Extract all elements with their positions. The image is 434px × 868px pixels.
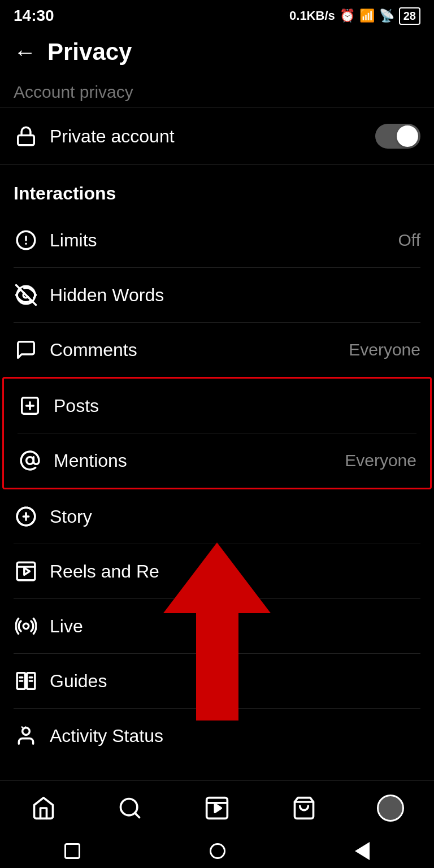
reels-nav-item[interactable] bbox=[197, 791, 237, 825]
svg-marker-30 bbox=[215, 804, 221, 813]
limits-value: Off bbox=[398, 231, 420, 250]
svg-rect-0 bbox=[18, 135, 34, 145]
search-nav-item[interactable] bbox=[110, 791, 150, 825]
mentions-label: Mentions bbox=[54, 450, 127, 471]
arrow-head bbox=[163, 542, 271, 613]
mentions-item[interactable]: Mentions Everyone bbox=[4, 433, 430, 488]
svg-rect-16 bbox=[17, 562, 35, 580]
story-item[interactable]: Story bbox=[0, 489, 434, 544]
private-account-toggle[interactable] bbox=[375, 124, 420, 149]
reels-icon bbox=[14, 559, 38, 584]
svg-point-9 bbox=[27, 457, 34, 465]
battery-icon: 28 bbox=[399, 7, 420, 25]
wifi-icon: 📡 bbox=[379, 8, 394, 23]
lock-icon bbox=[14, 124, 38, 149]
account-privacy-partial[interactable]: Account privacy bbox=[0, 77, 434, 108]
profile-avatar bbox=[377, 795, 404, 822]
mentions-value: Everyone bbox=[345, 451, 416, 470]
home-button[interactable] bbox=[210, 843, 225, 859]
speed-indicator: 0.1KB/s bbox=[289, 8, 335, 23]
reels-label: Reels and Re bbox=[50, 561, 159, 582]
limits-icon bbox=[14, 228, 38, 253]
story-label: Story bbox=[50, 506, 92, 527]
limits-item[interactable]: Limits Off bbox=[0, 213, 434, 267]
posts-item[interactable]: Posts bbox=[4, 379, 430, 433]
live-label: Live bbox=[50, 616, 83, 637]
comments-value: Everyone bbox=[349, 340, 420, 359]
recent-apps-button[interactable] bbox=[64, 843, 80, 859]
circle-icon bbox=[210, 843, 225, 859]
posts-mentions-highlight: Posts Mentions Everyone bbox=[2, 377, 432, 489]
mentions-icon bbox=[18, 448, 42, 473]
red-arrow-annotation bbox=[163, 542, 271, 721]
guides-icon bbox=[14, 669, 38, 693]
posts-icon bbox=[18, 393, 42, 418]
private-account-label: Private account bbox=[50, 126, 175, 147]
hidden-words-item[interactable]: Hidden Words bbox=[0, 268, 434, 322]
activity-icon bbox=[14, 723, 38, 748]
status-icons: 0.1KB/s ⏰ 📶 📡 28 bbox=[289, 7, 420, 25]
back-triangle-icon bbox=[355, 842, 370, 860]
status-time: 14:30 bbox=[14, 7, 54, 25]
comments-label: Comments bbox=[50, 340, 137, 361]
svg-marker-17 bbox=[24, 568, 30, 575]
shop-nav-item[interactable] bbox=[284, 791, 324, 825]
profile-nav-item[interactable] bbox=[371, 791, 410, 825]
page-header: ← Privacy bbox=[0, 29, 434, 77]
alarm-icon: ⏰ bbox=[340, 8, 355, 23]
back-button-android[interactable] bbox=[355, 842, 370, 860]
guides-label: Guides bbox=[50, 671, 107, 692]
page-title: Privacy bbox=[47, 38, 132, 66]
bottom-nav bbox=[0, 780, 434, 834]
live-icon bbox=[14, 614, 38, 639]
arrow-body bbox=[196, 613, 238, 721]
private-account-row[interactable]: Private account bbox=[0, 108, 434, 165]
status-bar: 14:30 0.1KB/s ⏰ 📶 📡 28 bbox=[0, 0, 434, 29]
svg-line-28 bbox=[135, 813, 140, 818]
shop-icon bbox=[292, 796, 316, 821]
square-icon bbox=[64, 843, 80, 859]
signal-icon: 📶 bbox=[359, 8, 375, 23]
comments-icon bbox=[14, 337, 38, 362]
story-icon bbox=[14, 504, 38, 529]
limits-label: Limits bbox=[50, 230, 97, 251]
reels-nav-icon bbox=[205, 796, 229, 821]
android-system-bar bbox=[0, 834, 434, 868]
search-icon bbox=[118, 796, 142, 821]
toggle-thumb bbox=[397, 125, 418, 147]
home-icon bbox=[31, 796, 56, 821]
hidden-words-label: Hidden Words bbox=[50, 285, 164, 306]
posts-label: Posts bbox=[54, 396, 99, 416]
interactions-header: Interactions bbox=[0, 165, 434, 213]
svg-point-19 bbox=[23, 623, 29, 629]
hidden-words-icon bbox=[14, 283, 38, 307]
comments-item[interactable]: Comments Everyone bbox=[0, 323, 434, 377]
back-button[interactable]: ← bbox=[14, 41, 36, 63]
activity-status-label: Activity Status bbox=[50, 726, 163, 747]
home-nav-item[interactable] bbox=[24, 791, 63, 825]
